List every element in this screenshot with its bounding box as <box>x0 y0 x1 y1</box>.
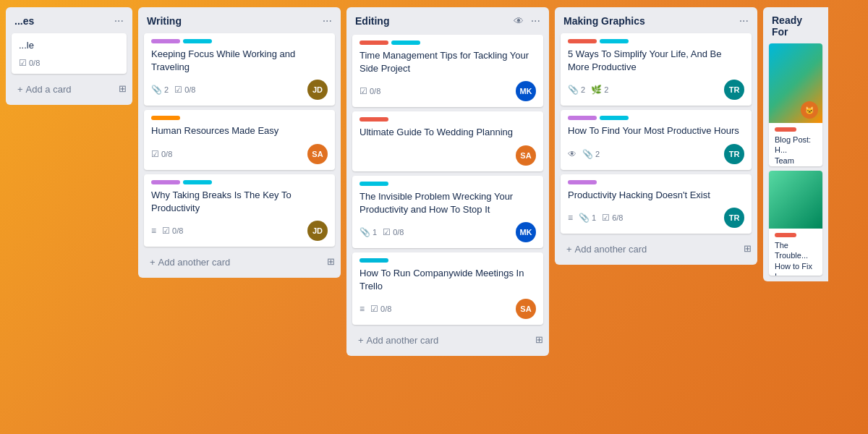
column-menu-icon-partial-left[interactable]: ··· <box>114 14 124 27</box>
label-red-r1 <box>775 127 796 132</box>
card-template-icon-partial[interactable]: ⊞ <box>119 83 127 94</box>
badge-attachment-g2: 📎 2 <box>582 149 600 159</box>
column-partial-left: ...es ··· ...le ☑ 0/8 + Add a card ⊞ <box>6 7 132 105</box>
badge-checklist-w1: ☑ 0/8 <box>174 85 195 95</box>
card-title-e1: Time Management Tips for Tackling Your S… <box>359 49 536 75</box>
column-title-graphics: Making Graphics <box>563 15 645 27</box>
card-title-w3: Why Taking Breaks Is The Key To Producti… <box>151 189 328 215</box>
card-footer-e2: SA <box>359 145 536 166</box>
card-labels-w3 <box>151 180 328 184</box>
card-labels-e1 <box>359 41 536 45</box>
card-writing-1[interactable]: Keeping Focus While Working and Travelin… <box>144 33 335 106</box>
card-title-input[interactable]: ...le ☑ 0/8 <box>12 33 127 74</box>
card-labels-e3 <box>359 182 536 186</box>
card-editing-1[interactable]: Time Management Tips for Tackling Your S… <box>352 35 543 107</box>
card-title-w2: Human Resources Made Easy <box>151 124 328 137</box>
card-labels-g2 <box>568 116 744 120</box>
add-card-button-editing[interactable]: + Add another card <box>352 331 444 350</box>
add-card-button-partial[interactable]: + Add a card <box>12 80 77 99</box>
card-writing-2[interactable]: Human Resources Made Easy ☑ 0/8 SA <box>144 110 335 169</box>
attachment-count-g2: 2 <box>595 150 600 158</box>
label-teal-w3 <box>183 180 212 184</box>
card-writing-3[interactable]: Why Taking Breaks Is The Key To Producti… <box>144 174 335 247</box>
checklist-icon-e1: ☑ <box>359 86 367 96</box>
badge-checklist-e1: ☑ 0/8 <box>359 86 380 96</box>
card-badges-w1: 📎 2 ☑ 0/8 <box>151 85 195 95</box>
add-card-button-writing[interactable]: + Add another card <box>144 252 236 272</box>
card-title-r2: The Trouble...How to Fix I... <box>775 240 817 276</box>
card-ready-2[interactable]: The Trouble...How to Fix I... 🕐 Feb 8, 2… <box>769 171 822 276</box>
card-graphics-1[interactable]: 5 Ways To Simplify Your Life, And Be Mor… <box>561 33 752 106</box>
attachment-count-e3: 1 <box>373 228 377 237</box>
badge-checklist-e4: ☑ 0/8 <box>370 304 391 314</box>
card-template-icon-writing[interactable]: ⊞ <box>327 256 335 267</box>
card-labels-w1 <box>151 39 328 43</box>
avatar-r1: 🐱 <box>801 101 818 119</box>
badge-attachment-g3: 📎 1 <box>579 213 596 223</box>
card-editing-4[interactable]: How To Run Companywide Meetings In Trell… <box>352 252 543 325</box>
column-menu-icon-editing[interactable]: ··· <box>531 14 540 27</box>
avatar-w1: JD <box>307 80 328 100</box>
badge-attachment-w1: 📎 2 <box>151 85 169 95</box>
attachment-icon-g3: 📎 <box>579 213 590 223</box>
checklist-text-w2: 0/8 <box>161 150 172 158</box>
badge-description-w3: ≡ <box>151 226 156 236</box>
attachment-count-w1: 2 <box>164 85 169 94</box>
card-title-e3: The Invisible Problem Wrecking Your Prod… <box>359 190 536 216</box>
checklist-icon-g3: ☑ <box>602 213 610 223</box>
card-badges-e4: ≡ ☑ 0/8 <box>359 304 391 314</box>
card-badges-e1: ☑ 0/8 <box>359 86 380 96</box>
card-editing-2[interactable]: Ultimate Guide To Wedding Planning SA <box>352 111 543 171</box>
card-graphics-2[interactable]: How To Find Your Most Productive Hours 👁… <box>561 110 752 169</box>
checklist-text-e4: 0/8 <box>380 305 391 313</box>
card-footer-w2: ☑ 0/8 SA <box>151 144 328 164</box>
description-icon-e4: ≡ <box>359 304 365 314</box>
plus-icon-graphics: + <box>566 244 572 255</box>
badge-description-g3: ≡ <box>568 213 573 223</box>
badge-attachment-g1: 📎 2 <box>568 85 585 95</box>
checklist-text-e3: 0/8 <box>393 228 404 237</box>
eye-icon-editing[interactable]: 👁 <box>514 15 524 27</box>
badge-checklist-w3: ☑ 0/8 <box>162 226 183 236</box>
card-body-r2: The Trouble...How to Fix I... 🕐 Feb 8, 2… <box>769 229 822 276</box>
card-template-icon-editing[interactable]: ⊞ <box>535 334 543 345</box>
add-card-button-graphics[interactable]: + Add another card <box>561 239 652 259</box>
description-icon-w3: ≡ <box>151 226 156 236</box>
column-menu-icon-graphics[interactable]: ··· <box>739 14 749 27</box>
badge-checklist-e3: ☑ 0/8 <box>383 227 404 237</box>
branch-icon-g1: 🌿 <box>591 85 602 95</box>
description-icon-g3: ≡ <box>568 213 573 223</box>
plus-icon-partial: + <box>17 84 23 95</box>
avatar-w3: JD <box>307 221 328 241</box>
add-card-row-partial: + Add a card ⊞ <box>12 78 127 99</box>
checklist-icon-e3: ☑ <box>383 227 391 237</box>
branch-count-g1: 2 <box>604 85 608 94</box>
card-editing-3[interactable]: The Invisible Problem Wrecking Your Prod… <box>352 176 543 248</box>
card-badges-w2: ☑ 0/8 <box>151 149 172 159</box>
card-badges-g3: ≡ 📎 1 ☑ 6/8 <box>568 213 623 223</box>
card-labels-e4 <box>359 258 536 263</box>
column-header-ready: Ready For <box>769 13 822 39</box>
label-red-e2 <box>359 117 388 122</box>
card-input-text: ...le <box>19 39 119 52</box>
eye-icon-g2: 👁 <box>568 149 576 159</box>
checklist-text-w3: 0/8 <box>172 226 183 235</box>
column-header-graphics: Making Graphics ··· <box>561 13 752 29</box>
column-menu-icon-writing[interactable]: ··· <box>323 14 332 27</box>
add-card-row-writing: + Add another card ⊞ <box>144 251 335 272</box>
column-writing: Writing ··· Keeping Focus While Working … <box>138 7 341 278</box>
card-footer-pl1: ☑ 0/8 <box>19 58 119 68</box>
card-template-icon-graphics[interactable]: ⊞ <box>744 243 752 254</box>
card-title-g3: Productivity Hacking Doesn't Exist <box>568 189 744 202</box>
card-title-r1: Blog Post: H...Team Offsit... <box>775 135 817 166</box>
card-graphics-3[interactable]: Productivity Hacking Doesn't Exist ≡ 📎 1… <box>561 174 752 234</box>
badge-eye-g2: 👁 <box>568 149 576 159</box>
card-title-w1: Keeping Focus While Working and Travelin… <box>151 48 328 74</box>
add-card-label-editing: Add another card <box>367 335 439 346</box>
avatar-e1: MK <box>516 81 536 101</box>
card-ready-1[interactable]: 🐱 Blog Post: H...Team Offsit... 👁 🕐 Feb … <box>769 43 822 166</box>
plus-icon-editing: + <box>358 335 364 346</box>
badge-checklist-w2: ☑ 0/8 <box>151 149 172 159</box>
badge-checklist-g3: ☑ 6/8 <box>602 213 623 223</box>
checklist-icon-e4: ☑ <box>370 304 378 314</box>
